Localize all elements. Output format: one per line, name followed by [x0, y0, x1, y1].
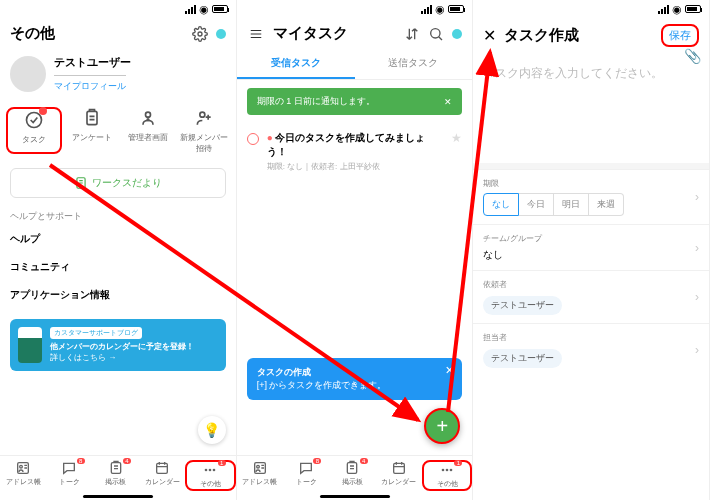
tooltip-toast: ✕ タスクの作成 [+] からタスクを作成できます。 — [247, 358, 463, 400]
tab-カレンダー[interactable]: カレンダー — [376, 460, 422, 491]
status-bar: ◉ — [0, 0, 236, 18]
svg-point-4 — [147, 119, 149, 121]
screen-create-task: ◉ ✕ タスク作成 保存 タスク内容を入力してください。 📎 期限 なし 今日 … — [473, 0, 710, 500]
user-pill: テストユーザー — [483, 349, 562, 368]
promo-banner[interactable]: カスタマーサポートブログ 他メンバーのカレンダーに予定を登録！ 詳しくはこちら … — [10, 319, 226, 371]
task-icon-button[interactable]: タスク — [6, 107, 62, 154]
tab-アドレス帳[interactable]: アドレス帳 — [237, 460, 283, 491]
tab-トーク[interactable]: 8トーク — [283, 460, 329, 491]
works-news-button[interactable]: ワークスだより — [10, 168, 226, 198]
document-icon — [74, 176, 88, 190]
tab-bar: アドレス帳8トーク4掲示板カレンダー1その他 — [0, 455, 236, 493]
status-bar: ◉ — [473, 0, 709, 18]
save-button[interactable]: 保存 — [661, 24, 699, 47]
chevron-right-icon: › — [695, 290, 699, 304]
avatar — [10, 56, 46, 92]
svg-rect-10 — [157, 463, 168, 473]
requester-row[interactable]: 依頼者 テストユーザー › — [473, 270, 709, 323]
svg-point-13 — [213, 469, 216, 472]
team-row[interactable]: チーム/グループ なし › — [473, 224, 709, 270]
tab-bar: アドレス帳8トーク4掲示板カレンダー1その他 — [237, 455, 473, 493]
page-title: その他 — [10, 24, 184, 43]
field-label: 期限 — [483, 178, 699, 189]
assignee-row[interactable]: 担当者 テストユーザー › — [473, 323, 709, 376]
admin-icon-button[interactable]: 管理者画面 — [122, 107, 174, 154]
star-icon[interactable]: ★ — [451, 131, 462, 145]
banner-illustration — [18, 327, 42, 363]
badge-icon — [39, 107, 47, 115]
banner-tag: カスタマーサポートブログ — [50, 327, 142, 339]
tab-その他[interactable]: 1その他 — [422, 460, 472, 491]
attachment-icon[interactable]: 📎 — [684, 48, 701, 64]
home-indicator — [83, 495, 153, 498]
community-link[interactable]: コミュニティ — [0, 253, 236, 281]
survey-icon-button[interactable]: アンケート — [66, 107, 118, 154]
banner-line1: 他メンバーのカレンダーに予定を登録！ — [50, 341, 194, 352]
svg-point-0 — [198, 32, 202, 36]
task-row[interactable]: ●今日のタスクを作成してみましょう！ 期限: なし｜依頼者: 上田平紗依 ★ — [237, 123, 473, 180]
placeholder-text: タスク内容を入力してください。 — [483, 66, 663, 80]
tab-sent[interactable]: 送信タスク — [355, 49, 473, 79]
banner-line2: 詳しくはこちら → — [50, 352, 194, 363]
search-icon[interactable] — [428, 26, 444, 42]
chip-today[interactable]: 今日 — [519, 193, 554, 216]
sort-icon[interactable] — [404, 26, 420, 42]
svg-point-16 — [256, 465, 259, 468]
tab-その他[interactable]: 1その他 — [185, 460, 235, 491]
chip-nextweek[interactable]: 来週 — [589, 193, 624, 216]
tooltip-text: [+] からタスクを作成できます。 — [257, 379, 453, 392]
task-content-input[interactable]: タスク内容を入力してください。 — [473, 53, 709, 163]
svg-point-8 — [20, 465, 23, 468]
svg-rect-18 — [393, 463, 404, 473]
icon-label: アンケート — [72, 133, 112, 142]
field-label: 担当者 — [483, 332, 699, 343]
icon-label: 管理者画面 — [128, 133, 168, 142]
deadline-row[interactable]: 期限 なし 今日 明日 来週 › — [473, 169, 709, 224]
svg-point-5 — [200, 112, 205, 117]
svg-point-20 — [446, 469, 449, 472]
tab-トーク[interactable]: 8トーク — [46, 460, 92, 491]
chip-tomorrow[interactable]: 明日 — [554, 193, 589, 216]
tab-アドレス帳[interactable]: アドレス帳 — [0, 460, 46, 491]
presence-dot — [216, 29, 226, 39]
svg-point-1 — [26, 113, 41, 128]
svg-rect-2 — [87, 111, 97, 124]
svg-point-14 — [431, 28, 440, 37]
close-icon[interactable]: ✕ — [483, 26, 496, 45]
chevron-right-icon: › — [695, 190, 699, 204]
help-link[interactable]: ヘルプ — [0, 225, 236, 253]
user-pill: テストユーザー — [483, 296, 562, 315]
tab-received[interactable]: 受信タスク — [237, 49, 355, 79]
tooltip-title: タスクの作成 — [257, 366, 453, 379]
svg-point-21 — [450, 469, 453, 472]
field-label: チーム/グループ — [483, 233, 699, 244]
task-checkbox[interactable] — [247, 133, 259, 145]
profile-link[interactable]: マイプロフィール — [54, 80, 131, 93]
invite-icon-button[interactable]: 新規メンバー 招待 — [178, 107, 230, 154]
button-label: ワークスだより — [92, 176, 162, 190]
app-info-link[interactable]: アプリケーション情報 — [0, 281, 236, 309]
icon-label: 新規メンバー 招待 — [180, 133, 228, 153]
tab-カレンダー[interactable]: カレンダー — [139, 460, 185, 491]
task-meta: 期限: なし｜依頼者: 上田平紗依 — [267, 161, 444, 172]
field-value: なし — [483, 248, 699, 262]
tab-掲示板[interactable]: 4掲示板 — [329, 460, 375, 491]
svg-point-19 — [442, 469, 445, 472]
page-title: タスク作成 — [504, 26, 653, 45]
menu-icon[interactable] — [247, 27, 265, 41]
profile-row[interactable]: テストユーザー ———————— マイプロフィール — [0, 49, 236, 99]
add-task-fab[interactable]: + — [424, 408, 460, 444]
home-indicator — [320, 495, 390, 498]
task-title: 今日のタスクを作成してみましょう！ — [267, 132, 425, 157]
profile-sub: ———————— — [54, 70, 131, 80]
close-icon[interactable]: ✕ — [444, 97, 452, 107]
settings-icon[interactable] — [192, 26, 208, 42]
chip-none[interactable]: なし — [483, 193, 519, 216]
icon-label: タスク — [22, 135, 46, 144]
close-icon[interactable]: ✕ — [445, 364, 454, 377]
status-bar: ◉ — [237, 0, 473, 18]
toast-text: 期限の 1 日前に通知します。 — [257, 95, 375, 108]
svg-point-12 — [209, 469, 212, 472]
tips-fab[interactable]: 💡 — [198, 416, 226, 444]
tab-掲示板[interactable]: 4掲示板 — [93, 460, 139, 491]
